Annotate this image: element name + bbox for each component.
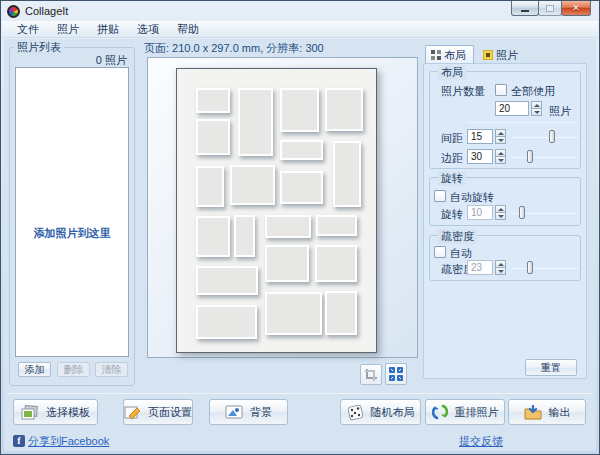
photo-placeholder[interactable] <box>280 171 323 204</box>
photo-list[interactable]: 添加照片到这里 <box>15 67 129 357</box>
select-template-button[interactable]: 选择模板 <box>13 399 98 425</box>
crop-button[interactable] <box>360 364 382 385</box>
collageit-window: CollageIt ✕ 文件 照片 拼贴 选项 帮助 照片列表 0 照片 添加照… <box>0 0 600 455</box>
photo-placeholder[interactable] <box>333 141 361 207</box>
rotation-spinner[interactable] <box>495 205 506 220</box>
auto-density-label: 自动 <box>450 246 472 261</box>
spacing-label: 间距 <box>441 131 463 146</box>
background-icon <box>225 405 243 419</box>
auto-rotate-label: 自动旋转 <box>450 190 494 205</box>
random-layout-button[interactable]: 随机布局 <box>340 399 421 425</box>
preview-canvas <box>147 57 418 358</box>
photo-placeholder[interactable] <box>265 245 309 282</box>
margin-spinner[interactable] <box>495 149 506 164</box>
photo-count-input[interactable]: 20 <box>495 101 529 116</box>
photo-placeholder[interactable] <box>196 88 230 113</box>
rearrange-photos-label: 重排照片 <box>455 405 499 420</box>
photo-placeholder[interactable] <box>196 166 224 207</box>
reset-button[interactable]: 重置 <box>525 359 577 376</box>
clear-photos-button[interactable]: 清除 <box>95 362 128 377</box>
use-all-checkbox[interactable] <box>495 84 507 96</box>
photo-count-spinner[interactable] <box>531 101 542 116</box>
use-all-label: 全部使用 <box>511 84 555 99</box>
margin-label: 边距 <box>441 151 463 166</box>
photo-placeholder[interactable] <box>265 292 322 335</box>
photo-placeholder[interactable] <box>234 215 255 257</box>
minimize-button[interactable] <box>511 1 539 16</box>
collage-page <box>176 68 377 353</box>
spacing-input[interactable]: 15 <box>467 129 493 144</box>
photo-placeholder[interactable] <box>238 88 273 156</box>
auto-rotate-checkbox[interactable] <box>434 190 446 202</box>
fit-page-button[interactable] <box>385 363 407 385</box>
photo-placeholder[interactable] <box>230 165 275 205</box>
maximize-button[interactable] <box>538 1 562 16</box>
maximize-icon <box>546 5 554 12</box>
menu-bar: 文件 照片 拼贴 选项 帮助 <box>2 21 598 38</box>
margin-slider-thumb[interactable] <box>527 150 533 163</box>
background-label: 背景 <box>250 405 272 420</box>
export-icon <box>524 405 542 420</box>
photo-placeholder[interactable] <box>265 215 311 238</box>
page-info: 页面: 210.0 x 297.0 mm, 分辨率: 300 <box>144 41 324 56</box>
density-slider-thumb[interactable] <box>527 261 533 274</box>
page-setup-label: 页面设置 <box>148 405 192 420</box>
photo-placeholder[interactable] <box>196 216 230 257</box>
photo-placeholder[interactable] <box>196 266 258 295</box>
rotation-label: 旋转 <box>441 207 463 222</box>
add-photos-button[interactable]: 添加 <box>18 362 51 377</box>
export-label: 输出 <box>549 405 571 420</box>
minimize-icon <box>521 10 529 12</box>
density-slider[interactable] <box>512 261 578 275</box>
tab-photo[interactable]: 照片 <box>477 45 526 64</box>
settings-tabs: 布局 照片 <box>425 45 529 64</box>
menu-collage[interactable]: 拼贴 <box>88 21 128 38</box>
margin-input[interactable]: 30 <box>467 149 493 164</box>
rearrange-photos-button[interactable]: 重排照片 <box>425 399 505 425</box>
select-template-label: 选择模板 <box>46 405 90 420</box>
toolbar-separator <box>7 393 593 394</box>
feedback-link[interactable]: 提交反馈 <box>459 434 503 449</box>
menu-help[interactable]: 帮助 <box>168 21 208 38</box>
photo-placeholder[interactable] <box>196 305 257 339</box>
random-layout-label: 随机布局 <box>371 405 415 420</box>
empty-list-hint: 添加照片到这里 <box>16 226 128 241</box>
photo-placeholder[interactable] <box>316 215 357 236</box>
menu-photo[interactable]: 照片 <box>48 21 88 38</box>
photo-placeholder[interactable] <box>325 291 357 335</box>
export-button[interactable]: 输出 <box>508 399 586 425</box>
facebook-icon: f <box>13 435 25 447</box>
fit-page-icon <box>389 367 403 381</box>
tab-layout[interactable]: 布局 <box>425 45 474 64</box>
remove-photo-button[interactable]: 删除 <box>57 362 90 377</box>
density-spinner[interactable] <box>495 260 506 275</box>
density-group-title: 疏密度 <box>438 229 477 244</box>
photo-placeholder[interactable] <box>280 140 323 160</box>
layout-group-title: 布局 <box>438 65 466 80</box>
photo-placeholder[interactable] <box>280 88 319 132</box>
refresh-icon <box>432 404 448 420</box>
photo-placeholder[interactable] <box>325 88 363 131</box>
photo-count-label: 0 照片 <box>59 53 127 68</box>
background-button[interactable]: 背景 <box>209 399 288 425</box>
spacing-slider[interactable] <box>512 130 578 144</box>
page-setup-button[interactable]: 页面设置 <box>123 399 193 425</box>
title-bar: CollageIt ✕ <box>1 1 599 21</box>
auto-density-checkbox[interactable] <box>434 246 446 258</box>
density-input[interactable]: 23 <box>467 260 493 275</box>
photo-placeholder[interactable] <box>196 119 230 155</box>
share-facebook-link[interactable]: 分享到Facebook <box>28 434 109 449</box>
menu-file[interactable]: 文件 <box>8 21 48 38</box>
spacing-slider-thumb[interactable] <box>549 130 555 143</box>
close-button[interactable]: ✕ <box>561 1 591 16</box>
spacing-spinner[interactable] <box>495 129 506 144</box>
dice-icon <box>347 404 364 421</box>
rotation-input[interactable]: 10 <box>467 205 493 220</box>
rotation-slider-thumb[interactable] <box>519 206 525 219</box>
margin-slider[interactable] <box>512 150 578 164</box>
rotation-slider[interactable] <box>512 206 578 220</box>
photo-placeholder[interactable] <box>315 245 357 282</box>
menu-options[interactable]: 选项 <box>128 21 168 38</box>
photo-count-setting-label: 照片数量 <box>441 84 485 99</box>
photo-tab-icon <box>483 50 493 60</box>
